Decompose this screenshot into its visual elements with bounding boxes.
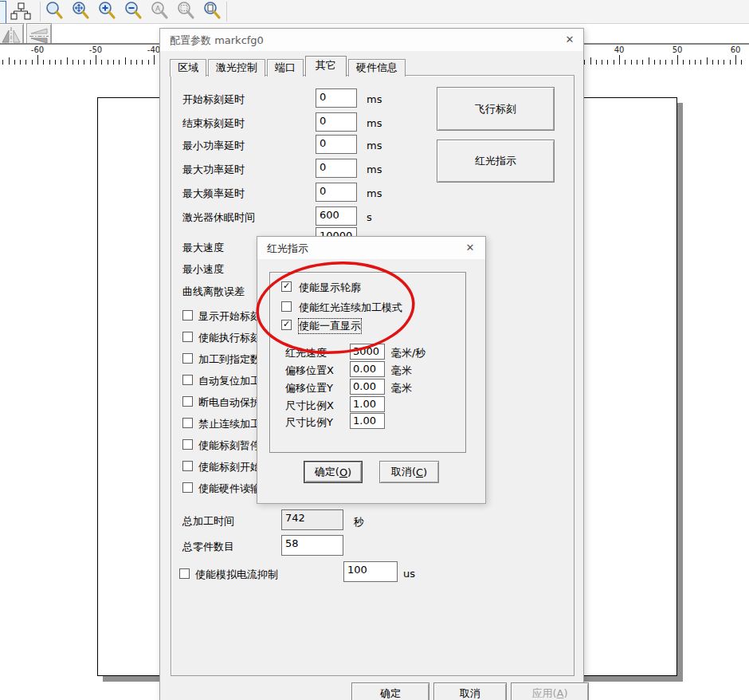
analog-current-suppress-field[interactable]: 100 bbox=[343, 561, 398, 582]
ruler-tick bbox=[96, 55, 96, 65]
ruler-tick bbox=[20, 60, 21, 65]
unit-label: 毫米 bbox=[391, 381, 412, 395]
checkbox-label: 使能一直显示 bbox=[299, 319, 361, 333]
toolbar-separator bbox=[226, 2, 227, 22]
laser-sleep-time-field[interactable]: 600 bbox=[316, 206, 357, 226]
checkmark-icon: ✓ bbox=[283, 319, 290, 329]
ruler-tick bbox=[654, 60, 655, 65]
max-freq-delay-field[interactable]: 0 bbox=[316, 183, 357, 202]
start-mark-delay-field[interactable]: 0 bbox=[316, 88, 357, 108]
ruler-tick bbox=[67, 57, 68, 65]
checkbox-power-off-protect[interactable] bbox=[182, 396, 193, 407]
end-mark-delay-field[interactable]: 0 bbox=[316, 112, 357, 132]
offset-x-field[interactable]: 0.00 bbox=[350, 361, 385, 377]
field-label: 最小功率延时 bbox=[182, 139, 245, 153]
min-power-delay-field[interactable]: 0 bbox=[316, 135, 357, 154]
offset-y-field[interactable]: 0.00 bbox=[350, 379, 385, 395]
apply-button-label: ) bbox=[563, 687, 567, 699]
field-label: 结束标刻延时 bbox=[182, 116, 245, 131]
checkbox-auto-reset-count[interactable] bbox=[182, 375, 193, 385]
tab-area[interactable]: 区域 bbox=[170, 59, 206, 77]
zoom-page-button[interactable] bbox=[201, 1, 223, 22]
ruler-tick bbox=[741, 60, 742, 65]
checkbox-enable-mark-start-signal[interactable] bbox=[182, 461, 193, 471]
ruler-tick bbox=[25, 60, 26, 65]
field-label: 最大频率延时 bbox=[182, 187, 245, 201]
ok-button[interactable]: 确定 bbox=[351, 682, 429, 700]
redlight-dialog-titlebar[interactable]: 红光指示 ✕ bbox=[257, 237, 485, 259]
field-label: 总加工时间 bbox=[182, 514, 234, 529]
ruler-tick bbox=[689, 60, 690, 65]
zoom-out-button[interactable] bbox=[122, 1, 144, 22]
zoom-selection-button[interactable] bbox=[175, 1, 197, 22]
field-label: 偏移位置X bbox=[285, 364, 334, 378]
unit-label: us bbox=[403, 568, 415, 580]
close-icon[interactable]: ✕ bbox=[463, 241, 477, 255]
checkbox-disable-continuous[interactable] bbox=[182, 418, 193, 428]
ruler-tick bbox=[2, 60, 3, 65]
scale-y-field[interactable]: 1.00 bbox=[350, 413, 385, 429]
field-label: 最大功率延时 bbox=[182, 163, 245, 177]
zoom-selection-icon bbox=[176, 2, 195, 22]
tab-port[interactable]: 端口 bbox=[267, 59, 304, 77]
checkbox-enable-analog-current-suppress[interactable] bbox=[179, 568, 190, 579]
tab-other[interactable]: 其它 bbox=[305, 56, 347, 77]
checkbox-show-start-mark[interactable] bbox=[182, 310, 193, 321]
checkbox-process-to-count[interactable] bbox=[182, 353, 193, 364]
ruler-label: -60 bbox=[31, 45, 44, 54]
tab-laser-control[interactable]: 激光控制 bbox=[208, 59, 265, 77]
redlight-speed-field[interactable]: 3000 bbox=[350, 344, 385, 360]
apply-mnemonic: A bbox=[557, 687, 564, 699]
ruler-label: -50 bbox=[89, 45, 102, 54]
unit-label: s bbox=[367, 211, 372, 223]
field-label: 偏移位置Y bbox=[285, 381, 333, 395]
zoom-all-button[interactable]: A bbox=[148, 1, 171, 22]
zoom-pan-button[interactable] bbox=[69, 1, 92, 22]
ok-mnemonic: O bbox=[339, 466, 347, 478]
apply-button[interactable]: 应用(A) bbox=[511, 682, 589, 700]
tab-hardware-info[interactable]: 硬件信息 bbox=[348, 59, 406, 77]
ruler-tick bbox=[672, 60, 673, 65]
zoom-in-button[interactable] bbox=[96, 1, 118, 22]
checkbox-enable-hardware-input[interactable] bbox=[182, 482, 193, 493]
redlight-ok-button[interactable]: 确定(O) bbox=[304, 461, 363, 483]
ruler-tick bbox=[37, 55, 38, 65]
ruler-tick bbox=[607, 60, 608, 65]
ruler-tick bbox=[619, 55, 620, 65]
scale-x-field[interactable]: 1.00 bbox=[350, 396, 385, 412]
ruler-label: -40 bbox=[147, 45, 160, 54]
cancel-button[interactable]: 取消 bbox=[433, 682, 507, 700]
checkbox-enable-show-contour[interactable]: ✓ bbox=[281, 281, 292, 292]
ruler-tick bbox=[642, 60, 643, 65]
unit-label: ms bbox=[367, 187, 382, 199]
partial-tool-button[interactable] bbox=[0, 1, 6, 24]
node-edit-button[interactable] bbox=[10, 1, 32, 22]
redlight-dialog: 红光指示 ✕ ✓ 使能显示轮廓 使能红光连续加工模式 ✓ 使能一直显示 红光速度… bbox=[257, 236, 486, 504]
checkbox-enable-always-show[interactable]: ✓ bbox=[281, 320, 292, 330]
close-icon[interactable]: ✕ bbox=[563, 33, 577, 47]
checkbox-enable-exec-mark[interactable] bbox=[182, 332, 193, 342]
zoom-icon bbox=[45, 2, 64, 22]
ruler-tick bbox=[614, 60, 614, 65]
unit-label: ms bbox=[367, 140, 382, 151]
field-label: 最小速度 bbox=[182, 262, 224, 277]
ruler-tick bbox=[108, 60, 108, 65]
checkbox-enable-redlight-continuous[interactable] bbox=[281, 301, 292, 312]
ruler-tick bbox=[695, 60, 696, 65]
ruler-tick bbox=[73, 60, 73, 65]
config-dialog-titlebar[interactable]: 配置参数 markcfg0 ✕ bbox=[160, 29, 583, 51]
red-light-button[interactable]: 红光指示 bbox=[437, 140, 555, 183]
ruler-tick bbox=[584, 60, 585, 65]
checkbox-enable-mark-pause[interactable] bbox=[182, 439, 193, 450]
ok-label: 确定( bbox=[315, 465, 339, 479]
max-power-delay-field[interactable]: 0 bbox=[316, 159, 357, 178]
checkmark-icon: ✓ bbox=[283, 281, 290, 291]
redlight-cancel-button[interactable]: 取消(C) bbox=[379, 461, 439, 483]
total-parts-count-field[interactable]: 58 bbox=[281, 535, 343, 556]
tab-strip: 区域 激光控制 端口 其它 硬件信息 bbox=[170, 58, 407, 77]
zoom-button[interactable] bbox=[43, 1, 65, 22]
field-label: 最大速度 bbox=[182, 241, 224, 255]
ruler-tick bbox=[660, 60, 661, 65]
redlight-dialog-title: 红光指示 bbox=[267, 242, 308, 256]
fly-mark-button[interactable]: 飞行标刻 bbox=[437, 87, 555, 131]
